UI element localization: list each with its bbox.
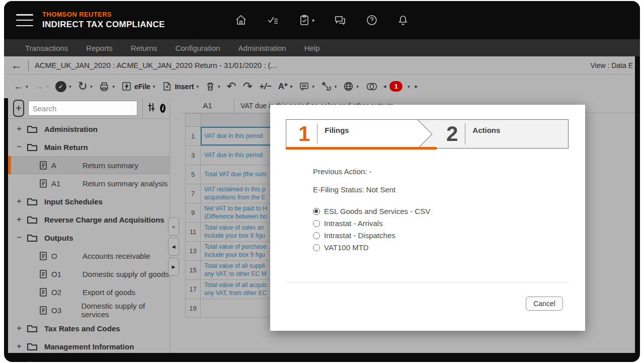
radio-icon[interactable] [313,232,320,239]
schedule-label: Accounts receivable [83,252,150,260]
expander-icon[interactable]: + [15,359,23,362]
collapse-panel-button[interactable]: ◀ [168,238,179,256]
expander-icon[interactable]: + [15,323,23,333]
radio-icon[interactable] [313,244,320,251]
tree-folder-administration[interactable]: + Administration [8,120,170,138]
comment-button[interactable]: ▾ [297,80,316,93]
radio-icon[interactable] [313,220,320,227]
menu-returns[interactable]: Returns [131,44,157,52]
complete-button[interactable]: ✓▾ [54,80,73,93]
tree-folder-input-schedules[interactable]: + Input Schedules [8,192,170,210]
expander-icon[interactable]: + [15,341,23,351]
brand-block: THOMSON REUTERS INDIRECT TAX COMPLIANCE [42,11,165,30]
home-icon[interactable] [235,14,247,26]
back-arrow-icon[interactable]: ← [11,60,22,71]
tree-folder-main-return[interactable]: − Main Return [8,138,170,156]
expander-icon[interactable]: + [15,214,23,225]
row-number[interactable]: 17 [186,280,201,299]
row-number[interactable]: 3 [186,146,201,165]
print-button[interactable]: ▾ [97,80,116,93]
tree-item-return-summary[interactable]: A Return summary [8,156,170,174]
top-icon-group: ▾ [235,14,409,26]
option-esl-goods-services-csv[interactable]: ESL Goods and Services - CSV [313,207,565,215]
folder-label: Administration [44,125,98,133]
tools-button[interactable]: ▾ [319,80,339,93]
help-icon[interactable] [366,14,378,26]
row-number[interactable]: 15 [186,261,201,279]
menu-help[interactable]: Help [304,44,320,52]
row-number[interactable]: 11 [186,223,201,241]
row-number[interactable]: 19 [186,299,201,317]
menu-configuration[interactable]: Configuration [175,44,220,52]
tasks-icon[interactable] [266,14,279,26]
tree-item-accounts-receivable[interactable]: O Accounts receivable [8,247,170,265]
tree-folder-management-information[interactable]: + Management Information [8,337,170,355]
filing-options: ESL Goods and Services - CSV Intrastat -… [313,207,565,252]
row-number[interactable]: 5 [186,165,201,184]
filter-sliders-icon[interactable] [147,102,156,114]
info-icon[interactable]: i [160,104,166,113]
expander-icon[interactable]: + [15,196,23,206]
row-number[interactable]: 9 [186,203,201,222]
option-intrastat-arrivals[interactable]: Intrastat - Arrivals [313,219,565,228]
add-schedule-button[interactable]: + [13,100,24,117]
efile-button[interactable]: eFile ▾ [120,80,156,93]
tree-folder-tax-rates[interactable]: + Tax Rates and Codes [8,319,170,337]
hamburger-menu-icon[interactable] [16,14,33,26]
expander-icon[interactable]: − [15,142,23,152]
scroll-left-icon[interactable]: ◂ [383,83,386,90]
alert-count-badge[interactable]: 1 [389,81,403,92]
tree-folder-source-data[interactable]: + Source Data [8,355,170,362]
folder-icon [27,324,38,333]
row-number[interactable]: 7 [186,184,201,203]
expander-icon[interactable]: − [15,233,23,243]
step-actions[interactable]: 2 Actions [446,120,500,148]
divider [142,98,143,118]
tree-folder-outputs[interactable]: − Outputs [8,229,170,247]
expand-panel-button[interactable]: ▶ [168,258,179,276]
row-number[interactable]: 13 [186,242,201,260]
delete-button[interactable]: ▾ [204,80,222,93]
option-intrastat-dispatches[interactable]: Intrastat - Dispatches [313,231,565,240]
caret-down-icon: ▾ [153,84,155,89]
refresh-button[interactable]: ↻▾ [76,79,94,94]
radio-selected-icon[interactable] [313,208,320,215]
cancel-button[interactable]: Cancel [526,297,563,311]
menu-transactions[interactable]: Transactions [25,44,68,52]
undo-button[interactable]: ↶ [225,79,238,94]
sign-toggle-button[interactable]: +/− [258,81,273,93]
folder-label: Tax Rates and Codes [44,324,120,333]
schedule-label: Domestic supply of services [82,302,170,319]
audit-button[interactable]: A*▾ [277,81,294,93]
tree-item-domestic-supply-goods[interactable]: O1 Domestic supply of goods [8,265,170,283]
nav-forward-button[interactable]: →▾ [33,80,51,93]
scroll-right-icon[interactable]: ▸ [415,83,418,90]
notifications-bell-icon[interactable] [397,14,409,26]
dialog-body: Previous Action: - E-Filing Status: Not … [313,167,565,255]
menu-reports[interactable]: Reports [86,44,113,52]
redo-button[interactable]: ↷ [242,79,254,94]
step-filings[interactable]: 1 Filings [298,120,349,148]
nav-back-button[interactable]: ←▾ [12,80,30,93]
grid-corner-cell[interactable] [186,114,201,126]
option-vat100-mtd[interactable]: VAT100 MTD [313,243,565,252]
search-input[interactable] [28,101,137,116]
toolbar: ←▾ →▾ ✓▾ ↻▾ ▾ eFile ▾ Insert ▾ ▾ ↶ ↷ +/−… [4,75,635,98]
expander-icon[interactable]: + [15,124,23,134]
insert-button[interactable]: Insert ▾ [160,80,200,93]
badge-caret[interactable]: ▾ [406,83,412,90]
chat-icon[interactable] [334,14,347,26]
tree-folder-reverse-charge[interactable]: + Reverse Charge and Acquisitions [8,210,170,229]
tree-item-return-summary-analysis[interactable]: A1 Return summary analysis [8,174,170,192]
collapse-all-button[interactable]: « [168,217,179,236]
sidebar: + i + Administration − [8,98,181,353]
cell-reference[interactable]: A1 [181,98,234,113]
tree-item-domestic-supply-services[interactable]: O3 Domestic supply of services [8,301,170,319]
compare-toggle-button[interactable] [364,81,380,93]
row-number[interactable]: 1 [186,127,201,146]
globe-button[interactable]: ▾ [342,80,360,93]
clipboard-check-icon[interactable]: ▾ [298,14,314,26]
menu-administration[interactable]: Administration [238,44,286,52]
tree-item-export-of-goods[interactable]: O2 Export of goods [8,283,170,301]
insert-label: Insert [175,83,194,91]
